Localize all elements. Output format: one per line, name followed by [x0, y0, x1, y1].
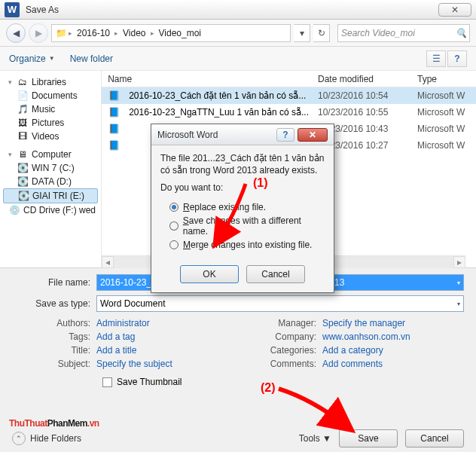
title-label: Title: — [12, 345, 96, 356]
watermark: ThuThuatPhanMem.vn — [9, 411, 99, 431]
breadcrumb-seg[interactable]: Video — [120, 28, 148, 38]
word-app-icon: W — [5, 2, 20, 17]
dialog-close-button[interactable]: ✕ — [298, 128, 328, 142]
col-name[interactable]: Name — [108, 74, 309, 84]
chevron-down-icon: ▼ — [322, 433, 331, 444]
radio-icon[interactable] — [169, 203, 178, 212]
categories-value[interactable]: Add a category — [322, 345, 383, 356]
new-folder-button[interactable]: New folder — [70, 53, 113, 64]
radio-icon[interactable] — [169, 221, 178, 231]
option-replace[interactable]: Replace existing file. — [160, 200, 325, 214]
word-doc-icon: 📘 — [108, 139, 120, 151]
scroll-right-icon[interactable]: ▸ — [453, 256, 465, 268]
dialog-ok-button[interactable]: OK — [180, 265, 239, 283]
filename-label: File name: — [12, 277, 96, 288]
company-value[interactable]: www.oanhson.com.vn — [322, 331, 410, 342]
save-button[interactable]: Save — [339, 429, 398, 447]
categories-label: Categories: — [238, 345, 322, 356]
nav-back-button[interactable]: ◀ — [6, 23, 26, 43]
save-thumbnail-label: Save Thumbnail — [117, 377, 182, 387]
navbar: ◀ ▶ 📁 ▸ 2016-10 ▸ Video ▸ Video_moi ▾ ↻ … — [0, 20, 476, 47]
saveastype-select[interactable]: Word Document▾ — [96, 295, 464, 312]
search-placeholder: Search Video_moi — [341, 28, 415, 38]
dialog-prompt: Do you want to: — [160, 182, 325, 194]
tree: ▾🗂Libraries 📄Documents 🎵Music 🖼Pictures … — [0, 71, 102, 267]
breadcrumb-seg[interactable]: 2016-10 — [74, 28, 113, 38]
tree-music[interactable]: 🎵Music — [3, 102, 98, 116]
breadcrumb[interactable]: 📁 ▸ 2016-10 ▸ Video ▸ Video_moi — [51, 24, 291, 42]
cancel-button[interactable]: Cancel — [405, 429, 464, 447]
close-icon: ✕ — [451, 5, 459, 15]
help-button[interactable]: ? — [447, 50, 467, 67]
dialog-help-button[interactable]: ? — [276, 128, 294, 142]
radio-icon[interactable] — [169, 240, 178, 249]
folder-icon: 📁 — [55, 27, 67, 39]
option-save-as[interactable]: Save changes with a different name. — [160, 214, 325, 238]
tags-value[interactable]: Add a tag — [96, 331, 135, 342]
word-doc-icon: 📘 — [108, 123, 120, 135]
refresh-button[interactable]: ↻ — [313, 24, 330, 42]
drive-icon: 💽 — [17, 163, 29, 173]
authors-value[interactable]: Administrator — [96, 318, 150, 328]
search-icon: 🔍 — [456, 28, 466, 38]
search-input[interactable]: Search Video_moi 🔍 — [337, 24, 470, 42]
chevron-down-icon[interactable]: ▾ — [457, 301, 460, 307]
file-list-header: Name Date modified Type — [102, 71, 476, 87]
chevron-down-icon[interactable]: ▾ — [457, 279, 460, 286]
libraries-icon: 🗂 — [17, 77, 29, 87]
file-row[interactable]: 📘 2016-10-23_Cách đặt tên 1 văn bản có s… — [102, 87, 476, 104]
chevron-right-icon: ▸ — [114, 29, 118, 37]
breadcrumb-seg[interactable]: Video_moi — [156, 28, 204, 38]
subject-value[interactable]: Specify the subject — [96, 359, 172, 369]
tools-menu[interactable]: Tools ▼ — [299, 433, 331, 444]
tree-computer[interactable]: ▾🖥Computer — [3, 148, 98, 161]
cd-icon: 💿 — [9, 205, 20, 215]
tree-drive-c[interactable]: 💽WIN 7 (C:) — [3, 161, 98, 175]
col-type[interactable]: Type — [417, 74, 470, 84]
word-doc-icon: 📘 — [108, 90, 120, 102]
tree-drive-e[interactable]: 💽GIAI TRI (E:) — [3, 188, 98, 203]
manager-label: Manager: — [238, 318, 322, 328]
col-date[interactable]: Date modified — [318, 74, 408, 84]
tree-pictures[interactable]: 🖼Pictures — [3, 116, 98, 130]
hide-folders-button[interactable]: ⌃Hide Folders — [12, 432, 81, 445]
breadcrumb-dropdown[interactable]: ▾ — [294, 24, 310, 42]
videos-icon: 🎞 — [17, 131, 29, 142]
authors-label: Authors: — [12, 318, 96, 328]
footer: ⌃Hide Folders Tools ▼ Save Cancel — [0, 429, 476, 447]
scroll-left-icon[interactable]: ◂ — [102, 256, 114, 268]
twisty-icon: ▾ — [6, 78, 14, 86]
toolbar: Organize▼ New folder ☰ ? — [0, 47, 476, 71]
tree-videos[interactable]: 🎞Videos — [3, 130, 98, 143]
drive-icon: 💽 — [17, 176, 29, 187]
comments-label: Comments: — [238, 359, 322, 369]
tree-documents[interactable]: 📄Documents — [3, 89, 98, 102]
saveastype-label: Save as type: — [12, 298, 96, 309]
dialog-message: The file 201...23_Cách đặt tên 1 văn bản… — [160, 153, 325, 176]
tree-drive-f[interactable]: 💿CD Drive (F:) wed — [3, 203, 98, 217]
music-icon: 🎵 — [17, 104, 29, 115]
window-title: Save As — [26, 5, 59, 15]
view-mode-button[interactable]: ☰ — [426, 50, 446, 67]
title-value[interactable]: Add a title — [96, 345, 136, 356]
comments-value[interactable]: Add comments — [322, 359, 383, 369]
company-label: Company: — [238, 331, 322, 342]
manager-value[interactable]: Specify the manager — [322, 318, 405, 328]
chevron-right-icon: ▸ — [69, 29, 72, 37]
file-row[interactable]: 📘 2016-10-23_NgaTTN_Luu 1 văn bản có sẵ.… — [102, 104, 476, 121]
dialog-cancel-button[interactable]: Cancel — [246, 265, 305, 283]
organize-menu[interactable]: Organize▼ — [9, 53, 55, 64]
drive-icon: 💽 — [17, 191, 29, 201]
option-merge[interactable]: Merge changes into existing file. — [160, 238, 325, 252]
tree-libraries[interactable]: ▾🗂Libraries — [3, 75, 98, 89]
dialog-title: Microsoft Word — [157, 130, 276, 140]
titlebar: W Save As ✕ — [0, 0, 476, 20]
chevron-down-icon: ▼ — [49, 55, 55, 62]
tags-label: Tags: — [12, 331, 96, 342]
pictures-icon: 🖼 — [17, 118, 29, 128]
window-close-button[interactable]: ✕ — [438, 3, 471, 17]
save-thumbnail-checkbox[interactable] — [102, 377, 112, 387]
tree-drive-d[interactable]: 💽DATA (D:) — [3, 175, 98, 188]
twisty-icon: ▾ — [6, 151, 14, 158]
nav-forward-button[interactable]: ▶ — [29, 23, 48, 43]
